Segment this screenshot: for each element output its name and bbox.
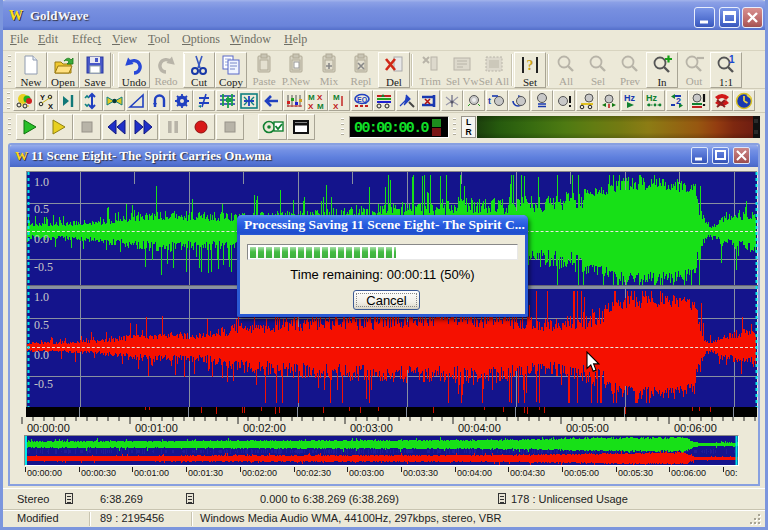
svg-text:X: X — [333, 102, 339, 110]
svg-text:M: M — [333, 93, 340, 102]
svg-text:1: 1 — [729, 54, 735, 65]
svg-text:M: M — [317, 102, 324, 110]
svg-text:X: X — [317, 93, 323, 102]
svg-text:Hz: Hz — [646, 93, 657, 103]
svg-text:Y: Y — [40, 93, 45, 102]
svg-text:M: M — [308, 93, 315, 102]
svg-text:EQ: EQ — [357, 96, 368, 104]
svg-text:2: 2 — [676, 96, 681, 106]
svg-text:t: t — [488, 96, 491, 106]
svg-text:X: X — [48, 102, 53, 110]
svg-text:?: ? — [527, 58, 534, 73]
svg-text:Hz: Hz — [624, 93, 635, 103]
svg-text:X: X — [308, 102, 314, 110]
